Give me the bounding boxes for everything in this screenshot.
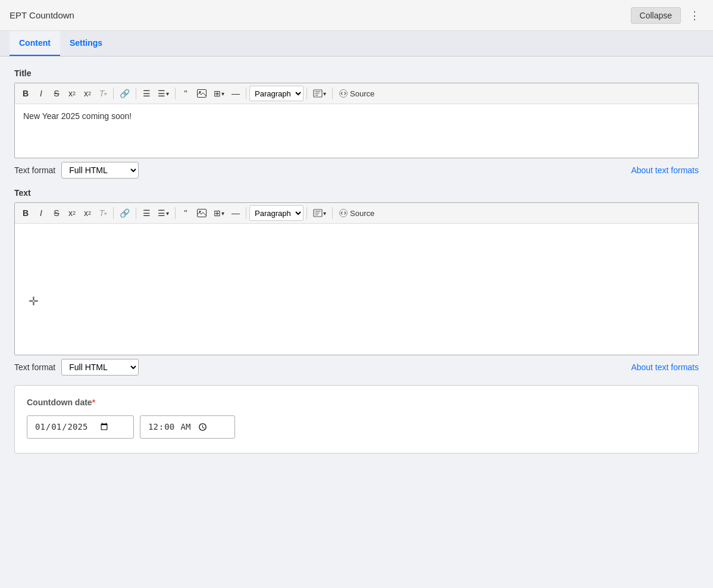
countdown-label-text: Countdown date bbox=[27, 398, 92, 407]
text-toolbar-divider-6 bbox=[332, 207, 333, 219]
text-paragraph-select[interactable]: Paragraph Heading 1 Heading 2 Heading 3 bbox=[249, 205, 304, 221]
toolbar-divider-3 bbox=[175, 87, 176, 99]
title-text-format-row: Text format Full HTML Basic HTML Plain t… bbox=[14, 162, 699, 179]
panel: Content Settings Title B I S x2 x2 Tx 🔗 … bbox=[0, 31, 713, 588]
text-toolbar-divider-3 bbox=[175, 207, 176, 219]
date-time-row bbox=[27, 415, 686, 439]
required-star: * bbox=[92, 398, 95, 407]
title-superscript-button[interactable]: x2 bbox=[65, 86, 79, 101]
title-image-button[interactable] bbox=[194, 86, 209, 101]
title-strikethrough-button[interactable]: S bbox=[49, 86, 64, 101]
title-source-label: Source bbox=[350, 89, 374, 98]
date-input-wrapper bbox=[27, 415, 134, 439]
text-editor-body[interactable] bbox=[15, 224, 698, 355]
toolbar-divider-4 bbox=[246, 87, 246, 99]
title-table-button[interactable]: ⊞▾ bbox=[211, 86, 227, 101]
text-subscript-button[interactable]: x2 bbox=[80, 206, 95, 220]
title-field-label: Title bbox=[14, 68, 699, 78]
countdown-label: Countdown date* bbox=[27, 398, 686, 407]
panel-content: Title B I S x2 x2 Tx 🔗 ☰ ☰▾ bbox=[0, 57, 713, 465]
tab-content[interactable]: Content bbox=[10, 31, 60, 56]
text-hr-button[interactable]: — bbox=[229, 206, 243, 220]
text-editor-wrapper: B I S x2 x2 Tx 🔗 ☰ ☰▾ " bbox=[14, 202, 699, 355]
date-input[interactable] bbox=[35, 421, 110, 432]
text-table-button[interactable]: ⊞▾ bbox=[211, 206, 227, 220]
text-text-format-label: Text format bbox=[14, 362, 55, 372]
text-image-button[interactable] bbox=[194, 206, 209, 220]
title-remove-format-button[interactable]: Tx bbox=[96, 86, 110, 101]
title-hr-button[interactable]: — bbox=[229, 86, 243, 101]
text-source-label: Source bbox=[350, 209, 374, 218]
text-toolbar-divider-1 bbox=[113, 207, 114, 219]
title-text-format-label: Text format bbox=[14, 165, 55, 175]
title-format-button[interactable]: ▾ bbox=[310, 86, 329, 101]
countdown-section: Countdown date* bbox=[14, 385, 699, 453]
title-editor-toolbar: B I S x2 x2 Tx 🔗 ☰ ☰▾ " bbox=[15, 83, 698, 104]
move-handle[interactable]: ✛ bbox=[29, 294, 39, 308]
toolbar-divider-6 bbox=[332, 87, 333, 99]
title-about-formats-link[interactable]: About text formats bbox=[631, 165, 699, 175]
title-bold-button[interactable]: B bbox=[18, 86, 33, 101]
title-bullet-list-button[interactable]: ☰ bbox=[139, 86, 154, 101]
text-blockquote-button[interactable]: " bbox=[179, 206, 193, 220]
text-text-format-select[interactable]: Full HTML Basic HTML Plain text bbox=[61, 359, 139, 376]
title-editor-wrapper: B I S x2 x2 Tx 🔗 ☰ ☰▾ " bbox=[14, 83, 699, 158]
text-format-button[interactable]: ▾ bbox=[310, 206, 329, 220]
text-field-section: Text B I S x2 x2 Tx 🔗 ☰ ☰▾ bbox=[14, 188, 699, 376]
text-toolbar-divider-5 bbox=[307, 207, 307, 219]
text-bullet-list-button[interactable]: ☰ bbox=[139, 206, 154, 220]
text-strikethrough-button[interactable]: S bbox=[49, 206, 64, 220]
title-editor-body[interactable]: New Year 2025 coming soon! bbox=[15, 104, 698, 158]
text-toolbar-divider-4 bbox=[246, 207, 246, 219]
title-blockquote-button[interactable]: " bbox=[179, 86, 193, 101]
text-text-format-row: Text format Full HTML Basic HTML Plain t… bbox=[14, 359, 699, 376]
top-bar-actions: Collapse ⋮ bbox=[631, 7, 703, 24]
text-numbered-list-button[interactable]: ☰▾ bbox=[155, 206, 172, 220]
panel-title: EPT Countdown bbox=[10, 10, 74, 20]
title-source-button[interactable]: Source bbox=[336, 87, 378, 100]
tab-settings[interactable]: Settings bbox=[60, 31, 112, 56]
more-options-button[interactable]: ⋮ bbox=[686, 7, 703, 24]
text-bold-button[interactable]: B bbox=[18, 206, 33, 220]
text-editor-toolbar: B I S x2 x2 Tx 🔗 ☰ ☰▾ " bbox=[15, 203, 698, 224]
text-field-label: Text bbox=[14, 188, 699, 198]
title-subscript-button[interactable]: x2 bbox=[80, 86, 95, 101]
title-numbered-list-button[interactable]: ☰▾ bbox=[155, 86, 172, 101]
toolbar-divider-2 bbox=[136, 87, 136, 99]
text-text-format-left: Text format Full HTML Basic HTML Plain t… bbox=[14, 359, 139, 376]
title-text-format-select[interactable]: Full HTML Basic HTML Plain text bbox=[61, 162, 139, 179]
title-paragraph-select[interactable]: Paragraph Heading 1 Heading 2 Heading 3 bbox=[249, 86, 304, 101]
text-source-button[interactable]: Source bbox=[336, 207, 378, 220]
title-field-section: Title B I S x2 x2 Tx 🔗 ☰ ☰▾ bbox=[14, 68, 699, 179]
tabs: Content Settings bbox=[0, 31, 713, 57]
text-toolbar-divider-2 bbox=[136, 207, 136, 219]
top-bar: EPT Countdown Collapse ⋮ bbox=[0, 0, 713, 31]
text-remove-format-button[interactable]: Tx bbox=[96, 206, 110, 220]
text-link-button[interactable]: 🔗 bbox=[117, 206, 133, 220]
toolbar-divider-5 bbox=[307, 87, 307, 99]
text-about-formats-link[interactable]: About text formats bbox=[631, 362, 699, 372]
title-editor-content: New Year 2025 coming soon! bbox=[23, 111, 132, 121]
time-input[interactable] bbox=[148, 421, 209, 433]
text-superscript-button[interactable]: x2 bbox=[65, 206, 79, 220]
title-link-button[interactable]: 🔗 bbox=[117, 86, 133, 101]
title-italic-button[interactable]: I bbox=[34, 86, 48, 101]
title-text-format-left: Text format Full HTML Basic HTML Plain t… bbox=[14, 162, 139, 179]
toolbar-divider-1 bbox=[113, 87, 114, 99]
text-italic-button[interactable]: I bbox=[34, 206, 48, 220]
collapse-button[interactable]: Collapse bbox=[631, 7, 681, 24]
time-input-wrapper bbox=[140, 415, 235, 439]
